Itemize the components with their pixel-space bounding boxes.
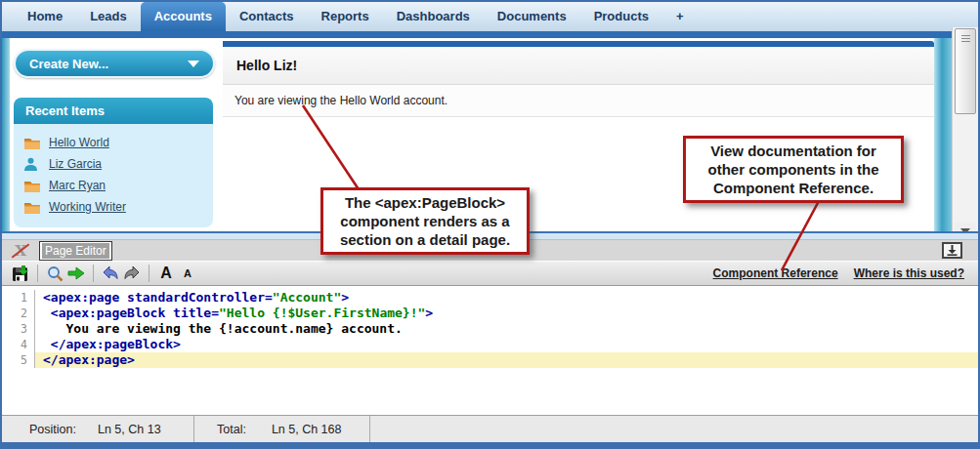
recent-item-link[interactable]: Marc Ryan — [49, 179, 106, 192]
tab-documents[interactable]: Documents — [484, 2, 580, 31]
tab-bar-underline — [2, 31, 978, 38]
editor-status-bar: Position: Ln 5, Ch 13 Total: Ln 5, Ch 16… — [2, 415, 978, 442]
list-item: Hello World — [23, 132, 203, 153]
vertical-scrollbar[interactable] — [952, 27, 978, 242]
code-text: <apex:page standardController="Account"> — [35, 290, 978, 306]
callout-line: section on a detail page. — [328, 230, 522, 249]
create-new-label: Create New... — [29, 57, 108, 71]
line-number: 5 — [2, 352, 35, 368]
line-number: 2 — [2, 306, 35, 321]
tab-add[interactable]: + — [662, 2, 698, 31]
close-icon[interactable]: X — [10, 242, 31, 260]
tab-page-editor[interactable]: Page Editor — [39, 241, 112, 261]
search-icon — [47, 265, 64, 282]
recent-item-link[interactable]: Liz Garcia — [49, 157, 102, 171]
code-text: </apex:page> — [35, 352, 978, 368]
page-left-edge — [2, 38, 10, 231]
callout-line: Component Reference. — [691, 179, 896, 197]
total-label: Total: — [217, 423, 246, 436]
save-icon — [12, 265, 29, 282]
page-right-edge — [934, 38, 952, 243]
font-decrease-icon: A — [184, 267, 192, 279]
chevron-down-icon — [188, 61, 199, 67]
folder-icon — [23, 179, 41, 193]
redo-button[interactable] — [121, 264, 143, 283]
page-block-body: You are viewing the Hello World account. — [223, 85, 934, 117]
code-line[interactable]: 3 You are viewing the {!account.name} ac… — [2, 321, 978, 337]
redo-icon — [123, 265, 141, 281]
tab-contacts[interactable]: Contacts — [226, 2, 308, 31]
total-value: Ln 5, Ch 168 — [272, 423, 342, 436]
callout-line: View documentation for — [691, 142, 896, 160]
sidebar: Create New... Recent Items Hello WorldLi… — [10, 38, 223, 231]
position-label: Position: — [29, 423, 76, 436]
editor-link-where-is-this-used[interactable]: Where is this used? — [854, 266, 964, 280]
callout-line: other components in the — [691, 160, 896, 179]
code-line[interactable]: 1<apex:page standardController="Account"… — [2, 290, 978, 306]
line-number: 3 — [2, 321, 35, 337]
tab-home[interactable]: Home — [14, 2, 76, 31]
status-total-cell: Total: Ln 5, Ch 168 — [194, 416, 370, 442]
font-decrease-button[interactable]: A — [177, 264, 198, 283]
editor-links: Component ReferenceWhere is this used? — [713, 266, 970, 280]
tab-reports[interactable]: Reports — [308, 2, 383, 31]
code-line[interactable]: 2 <apex:pageBlock title="Hello {!$User.F… — [2, 306, 978, 321]
folder-icon — [23, 136, 41, 150]
recent-items-title: Recent Items — [25, 103, 105, 118]
code-line[interactable]: 5</apex:page> — [2, 352, 978, 368]
tab-dashboards[interactable]: Dashboards — [383, 2, 484, 31]
list-item: Working Writer — [23, 196, 203, 218]
undo-button[interactable] — [100, 264, 121, 283]
scrollbar-thumb[interactable] — [955, 28, 976, 114]
code-text: You are viewing the {!account.name} acco… — [35, 321, 978, 337]
tab-bar: HomeLeadsAccountsContactsReportsDashboar… — [2, 2, 978, 31]
editor-toolbar: A A Component ReferenceWhere is this use… — [2, 261, 978, 286]
recent-items-list: Hello WorldLiz GarciaMarc RyanWorking Wr… — [14, 124, 213, 227]
line-number: 4 — [2, 337, 35, 352]
font-increase-button[interactable]: A — [155, 264, 177, 283]
callout-line: component renders as a — [328, 212, 522, 230]
page-block: Hello Liz! You are viewing the Hello Wor… — [223, 47, 934, 117]
code-text: </apex:pageBlock> — [35, 337, 978, 352]
folder-icon — [23, 200, 41, 215]
scrollbar-grip-icon — [961, 35, 970, 44]
go-button[interactable] — [65, 264, 87, 283]
list-item: Liz Garcia — [23, 153, 203, 175]
list-item: Marc Ryan — [23, 175, 203, 196]
arrow-right-icon — [67, 266, 85, 280]
position-value: Ln 5, Ch 13 — [98, 423, 161, 436]
callout-line: The <apex:PageBlock> — [328, 193, 522, 212]
tab-bar-tabs: HomeLeadsAccountsContactsReportsDashboar… — [14, 2, 698, 31]
window-bottom-border — [2, 442, 978, 447]
callout-component-reference-note: View documentation forother components i… — [683, 136, 904, 203]
save-button[interactable] — [10, 264, 31, 283]
tab-leads[interactable]: Leads — [76, 2, 141, 31]
undo-icon — [102, 265, 119, 281]
code-line[interactable]: 4 </apex:pageBlock> — [2, 337, 978, 352]
dock-panel-button[interactable] — [942, 242, 962, 259]
editor-link-component-reference[interactable]: Component Reference — [713, 266, 838, 280]
line-number: 1 — [2, 290, 35, 306]
callout-pageblock-note: The <apex:PageBlock>component renders as… — [320, 187, 530, 255]
recent-item-link[interactable]: Working Writer — [49, 200, 126, 214]
status-position-cell: Position: Ln 5, Ch 13 — [2, 416, 194, 442]
recent-items-header: Recent Items — [14, 98, 213, 124]
person-icon — [23, 157, 41, 172]
tab-accounts[interactable]: Accounts — [141, 2, 226, 31]
page-block-title: Hello Liz! — [236, 58, 297, 73]
tab-products[interactable]: Products — [580, 2, 662, 31]
application-window: HomeLeadsAccountsContactsReportsDashboar… — [0, 0, 980, 449]
status-empty-cell — [370, 416, 978, 442]
search-button[interactable] — [44, 264, 65, 283]
recent-items-module: Recent Items Hello WorldLiz GarciaMarc R… — [14, 98, 213, 227]
dock-arrow-icon — [947, 245, 958, 256]
recent-item-link[interactable]: Hello World — [49, 136, 109, 149]
page-editor-tab-label: Page Editor — [42, 243, 109, 259]
page-block-body-text: You are viewing the Hello World account. — [234, 94, 447, 107]
create-new-button[interactable]: Create New... — [14, 49, 215, 78]
code-text: <apex:pageBlock title="Hello {!$User.Fir… — [35, 306, 978, 321]
code-editor[interactable]: 1<apex:page standardController="Account"… — [2, 286, 978, 415]
page-block-header: Hello Liz! — [223, 47, 934, 85]
font-increase-icon: A — [160, 265, 172, 282]
